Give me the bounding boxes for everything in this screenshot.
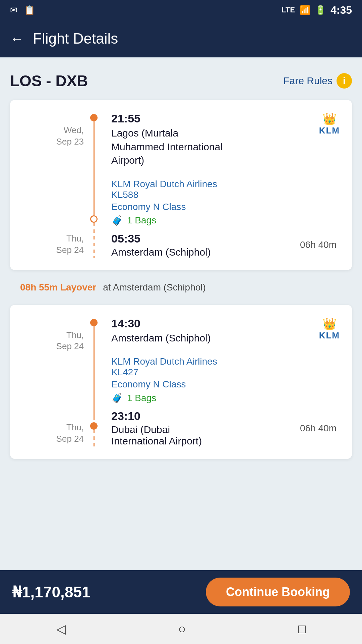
flight2-flight-no: KL427 — [111, 367, 340, 378]
layover-row: 08h 55m Layover at Amsterdam (Schiphol) — [10, 277, 352, 298]
flight1-airline-logo: 👑 KLM — [319, 112, 340, 136]
timeline-dashed-1 — [94, 223, 95, 258]
flight2-airline-name: KLM Royal Dutch Airlines — [111, 356, 340, 367]
header: ← Flight Details — [0, 20, 362, 57]
nav-square-icon[interactable]: □ — [298, 622, 306, 636]
flight1-arr-airport: Amsterdam (Schiphol) — [111, 247, 211, 258]
bag-icon-1: 🧳 — [111, 215, 123, 226]
flight2-dep-time: 14:30 — [111, 317, 211, 330]
back-button[interactable]: ← — [10, 31, 23, 46]
layover-location: at Amsterdam (Schiphol) — [103, 282, 206, 293]
flight2-right-info: 14:30 Amsterdam (Schiphol) 👑 KLM KLM Roy… — [104, 317, 340, 447]
klm-crown-1: 👑 — [322, 112, 337, 125]
flight2-dep-date: Thu, Sep 24 — [56, 328, 84, 353]
klm-text-1: KLM — [319, 125, 340, 136]
flight1-arr-time: 05:35 — [111, 232, 211, 245]
flight1-airline-info: KLM Royal Dutch Airlines KL588 Economy N… — [111, 179, 340, 226]
flight1-duration: 06h 40m — [300, 239, 340, 250]
flight1-card: Wed, Sep 23 Thu, Sep 24 21:55 Lagos (Mur… — [10, 100, 352, 270]
flight2-dep-airport: Amsterdam (Schiphol) — [111, 331, 211, 345]
flight1-timeline — [84, 112, 104, 258]
nav-home-icon[interactable]: ○ — [178, 622, 186, 636]
main-content: LOS - DXB Fare Rules i Wed, Sep 23 Thu, … — [0, 58, 362, 644]
flight1-dep-date: Wed, Sep 23 — [56, 123, 84, 148]
flight2-left-dates: Thu, Sep 24 Thu, Sep 24 — [20, 317, 84, 447]
bag-icon-2: 🧳 — [111, 392, 123, 404]
flight2-arr-date: Thu, Sep 24 — [56, 421, 84, 447]
flight2-duration: 06h 40m — [300, 423, 340, 434]
dep-dot-2 — [90, 319, 98, 326]
flight1-airline-name: KLM Royal Dutch Airlines — [111, 179, 340, 190]
flight2-bags-row: 🧳 1 Bags — [111, 392, 340, 404]
flight1-bags-row: 🧳 1 Bags — [111, 215, 340, 226]
info-badge-icon: i — [337, 73, 352, 89]
arr-dot-2 — [90, 422, 98, 430]
bottom-bar: ₦1,170,851 Continue Booking — [0, 570, 362, 614]
continue-booking-button[interactable]: Continue Booking — [206, 578, 350, 606]
fare-rules-text: Fare Rules — [283, 75, 333, 87]
flight1-left-dates: Wed, Sep 23 Thu, Sep 24 — [20, 112, 84, 258]
klm-text-2: KLM — [319, 330, 340, 341]
flight2-bags: 1 Bags — [127, 393, 156, 404]
signal-icon: 📶 — [300, 5, 310, 15]
timeline-line-2 — [94, 326, 95, 420]
dep-dot-1 — [90, 114, 98, 121]
flight2-arr-time: 23:10 — [111, 410, 202, 423]
route-label: LOS - DXB — [10, 72, 88, 90]
status-bar: ✉ 📋 LTE 📶 🔋 4:35 — [0, 0, 362, 20]
flight1-bags: 1 Bags — [127, 215, 156, 226]
flight2-card: Thu, Sep 24 Thu, Sep 24 14:30 Amsterdam … — [10, 305, 352, 459]
price-display: ₦1,170,851 — [12, 583, 90, 601]
timeline-line-1 — [94, 121, 95, 215]
flight1-dep-time: 21:55 — [111, 112, 223, 125]
timeline-dashed-2 — [94, 430, 95, 447]
flight2-airline-logo: 👑 KLM — [319, 317, 340, 341]
flight2-segment: Thu, Sep 24 Thu, Sep 24 14:30 Amsterdam … — [20, 317, 340, 447]
flight1-segment: Wed, Sep 23 Thu, Sep 24 21:55 Lagos (Mur… — [20, 112, 340, 258]
email-icon: ✉ — [10, 5, 17, 15]
flight1-dep-airport: Lagos (Murtala Muhammed International Ai… — [111, 126, 223, 167]
status-left-icons: ✉ 📋 — [10, 5, 35, 15]
flight2-class: Economy N Class — [111, 379, 340, 390]
lte-icon: LTE — [282, 6, 295, 14]
nav-back-icon[interactable]: ◁ — [56, 622, 66, 636]
flight1-flight-no: KL588 — [111, 190, 340, 200]
layover-duration: 08h 55m Layover — [20, 282, 96, 293]
flight1-arr-date: Thu, Sep 24 — [56, 232, 84, 258]
nav-bar: ◁ ○ □ — [0, 614, 362, 644]
time-display: 4:35 — [330, 4, 352, 16]
flight1-class: Economy N Class — [111, 202, 340, 212]
klm-crown-2: 👑 — [322, 317, 337, 330]
status-right-icons: LTE 📶 🔋 4:35 — [282, 4, 352, 16]
flight2-arr-airport: Dubai (Dubai International Airport) — [111, 424, 202, 447]
flight2-airline-info: KLM Royal Dutch Airlines KL427 Economy N… — [111, 356, 340, 404]
flight2-timeline — [84, 317, 104, 447]
route-row: LOS - DXB Fare Rules i — [10, 72, 352, 90]
battery-icon: 🔋 — [315, 5, 326, 15]
page-title: Flight Details — [33, 30, 118, 47]
fare-rules-button[interactable]: Fare Rules i — [283, 73, 352, 89]
arr-dot-1 — [90, 215, 98, 223]
flight1-right-info: 21:55 Lagos (Murtala Muhammed Internatio… — [104, 112, 340, 258]
clipboard-icon: 📋 — [24, 5, 35, 15]
